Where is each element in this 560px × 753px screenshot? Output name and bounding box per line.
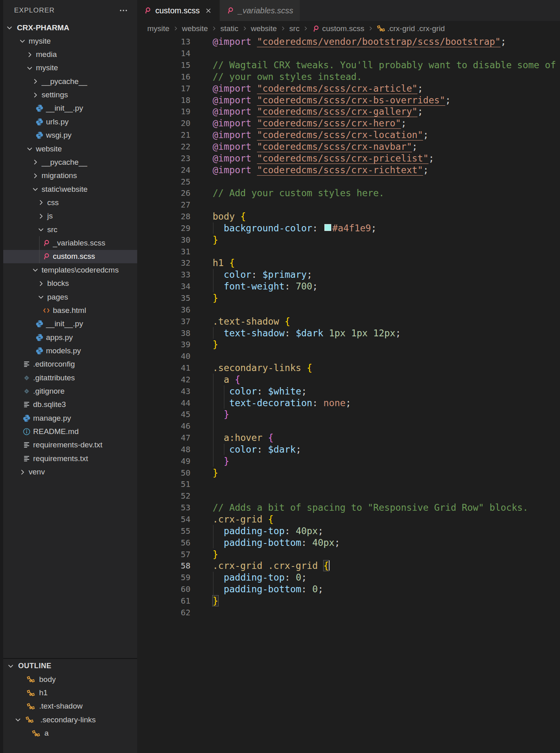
breadcrumb-item-website[interactable]: website: [251, 24, 277, 33]
tree-folder-static-website[interactable]: static\website: [3, 182, 137, 196]
outline-item-body[interactable]: body: [3, 673, 137, 686]
code-line-21[interactable]: 21@import "coderedcms/scss/crx-location"…: [137, 129, 560, 141]
breadcrumb-item-website[interactable]: website: [182, 24, 208, 33]
tree-folder-website[interactable]: website: [3, 142, 137, 155]
code-line-49[interactable]: 49 }: [137, 455, 560, 467]
tree-file-base-html[interactable]: base.html: [3, 304, 137, 317]
tree-file--gitattributes[interactable]: .gitattributes: [3, 371, 137, 384]
code-line-25[interactable]: 25: [137, 176, 560, 187]
tree-folder-pages[interactable]: pages: [3, 290, 137, 304]
code-line-26[interactable]: 26// Add your custom styles here.: [137, 187, 560, 199]
code-line-20[interactable]: 20@import "coderedcms/scss/crx-hero";: [137, 117, 560, 129]
tree-file--variables-scss[interactable]: _variables.scss: [3, 236, 137, 250]
code-line-54[interactable]: 54.crx-grid {: [137, 514, 560, 525]
code-line-23[interactable]: 23@import "coderedcms/scss/crx-pricelist…: [137, 152, 560, 164]
code-line-44[interactable]: 44 text-decoration: none;: [137, 397, 560, 409]
code-line-62[interactable]: 62: [137, 606, 560, 618]
tree-file-models-py[interactable]: models.py: [3, 344, 137, 357]
outline-header[interactable]: OUTLINE: [3, 659, 137, 673]
code-line-34[interactable]: 34 font-weight: 700;: [137, 281, 560, 292]
code-line-48[interactable]: 48 color: $dark;: [137, 444, 560, 455]
code-line-39[interactable]: 39}: [137, 339, 560, 350]
breadcrumb-item-mysite[interactable]: mysite: [147, 24, 169, 33]
code-line-38[interactable]: 38 text-shadow: $dark 1px 1px 12px;: [137, 327, 560, 339]
code-line-17[interactable]: 17@import "coderedcms/scss/crx-article";: [137, 82, 560, 94]
tree-folder--pycache-[interactable]: __pycache__: [3, 75, 137, 88]
code-line-24[interactable]: 24@import "coderedcms/scss/crx-richtext"…: [137, 164, 560, 176]
tree-folder-blocks[interactable]: blocks: [3, 277, 137, 290]
code-line-47[interactable]: 47 a:hover {: [137, 432, 560, 444]
breadcrumb-item-src[interactable]: src: [289, 24, 299, 33]
tree-file--gitignore[interactable]: .gitignore: [3, 384, 137, 398]
code-line-40[interactable]: 40: [137, 350, 560, 362]
tree-file-readme-md[interactable]: README.md: [3, 425, 137, 438]
tree-folder-css[interactable]: css: [3, 196, 137, 209]
tree-file-manage-py[interactable]: manage.py: [3, 411, 137, 425]
outline-item--secondary-links[interactable]: .secondary-links: [3, 713, 137, 726]
tree-file-db-sqlite3[interactable]: db.sqlite3: [3, 398, 137, 411]
code-line-31[interactable]: 31: [137, 245, 560, 257]
code-line-32[interactable]: 32h1 {: [137, 257, 560, 269]
code-line-59[interactable]: 59 padding-top: 0;: [137, 572, 560, 583]
tree-folder-settings[interactable]: settings: [3, 88, 137, 101]
code-line-19[interactable]: 19@import "coderedcms/scss/crx-gallery";: [137, 106, 560, 117]
code-line-42[interactable]: 42 a {: [137, 373, 560, 385]
tree-folder-src[interactable]: src: [3, 223, 137, 236]
tree-file--init-py[interactable]: __init__.py: [3, 102, 137, 115]
code-line-60[interactable]: 60 padding-bottom: 0;: [137, 583, 560, 595]
code-line-53[interactable]: 53// Adds a bit of spacing to "Responsiv…: [137, 502, 560, 514]
code-line-45[interactable]: 45 }: [137, 409, 560, 420]
tree-file-custom-scss[interactable]: custom.scss: [3, 250, 137, 263]
code-line-36[interactable]: 36: [137, 304, 560, 315]
breadcrumb-item-static[interactable]: static: [220, 24, 238, 33]
tree-file-requirements-dev-txt[interactable]: requirements-dev.txt: [3, 438, 137, 452]
code-line-33[interactable]: 33 color: $primary;: [137, 269, 560, 281]
code-line-35[interactable]: 35}: [137, 292, 560, 304]
tree-file-requirements-txt[interactable]: requirements.txt: [3, 452, 137, 465]
tree-folder-venv[interactable]: venv: [3, 466, 137, 479]
code-editor[interactable]: 13@import "coderedcms/vendor/bootstrap/s…: [137, 36, 560, 753]
tree-folder-mysite[interactable]: mysite: [3, 34, 137, 48]
tree-file-urls-py[interactable]: urls.py: [3, 115, 137, 128]
code-line-27[interactable]: 27: [137, 199, 560, 211]
outline-item-h1[interactable]: h1: [3, 686, 137, 699]
code-line-43[interactable]: 43 color: $white;: [137, 385, 560, 397]
code-line-58[interactable]: 58.crx-grid .crx-grid {: [137, 560, 560, 572]
tree-folder-migrations[interactable]: migrations: [3, 169, 137, 182]
project-root-row[interactable]: CRX-PHARMA: [3, 21, 137, 34]
code-line-15[interactable]: 15// Wagtail CRX tweaks. You'll probably…: [137, 59, 560, 71]
code-line-55[interactable]: 55 padding-top: 40px;: [137, 525, 560, 537]
code-line-56[interactable]: 56 padding-bottom: 40px;: [137, 537, 560, 548]
close-icon[interactable]: [203, 6, 213, 15]
more-actions-icon[interactable]: [119, 6, 128, 16]
tree-folder-media[interactable]: media: [3, 48, 137, 61]
outline-item--text-shadow[interactable]: .text-shadow: [3, 700, 137, 713]
code-line-52[interactable]: 52: [137, 490, 560, 502]
code-line-51[interactable]: 51: [137, 478, 560, 490]
code-line-30[interactable]: 30}: [137, 234, 560, 245]
tree-folder-templates-coderedcms[interactable]: templates\coderedcms: [3, 263, 137, 277]
code-line-37[interactable]: 37.text-shadow {: [137, 315, 560, 327]
code-line-22[interactable]: 22@import "coderedcms/scss/crx-navbar";: [137, 141, 560, 153]
code-line-61[interactable]: 61}: [137, 595, 560, 607]
breadcrumb-item--crx-grid-crx-grid[interactable]: .crx-grid .crx-grid: [377, 24, 445, 33]
tree-folder--pycache-[interactable]: __pycache__: [3, 155, 137, 169]
tab-custom-scss[interactable]: custom.scss: [137, 0, 220, 21]
code-line-28[interactable]: 28body {: [137, 211, 560, 222]
breadcrumb-item-custom-scss[interactable]: custom.scss: [312, 24, 364, 33]
code-line-14[interactable]: 14: [137, 48, 560, 59]
tree-file-apps-py[interactable]: apps.py: [3, 331, 137, 344]
code-line-57[interactable]: 57}: [137, 548, 560, 560]
code-line-50[interactable]: 50}: [137, 467, 560, 478]
code-line-46[interactable]: 46: [137, 420, 560, 432]
outline-item-a[interactable]: a: [3, 726, 137, 740]
tree-file-wsgi-py[interactable]: wsgi.py: [3, 129, 137, 142]
tree-file--init-py[interactable]: __init__.py: [3, 317, 137, 331]
code-line-29[interactable]: 29 background-color: #a4f1e9;: [137, 222, 560, 234]
code-line-13[interactable]: 13@import "coderedcms/vendor/bootstrap/s…: [137, 36, 560, 48]
tree-file--editorconfig[interactable]: .editorconfig: [3, 358, 137, 371]
tab--variables-scss[interactable]: _variables.scss: [220, 0, 300, 21]
tree-folder-mysite[interactable]: mysite: [3, 61, 137, 75]
code-line-18[interactable]: 18@import "coderedcms/scss/crx-bs-overri…: [137, 94, 560, 106]
code-line-16[interactable]: 16// your own styles instead.: [137, 71, 560, 83]
